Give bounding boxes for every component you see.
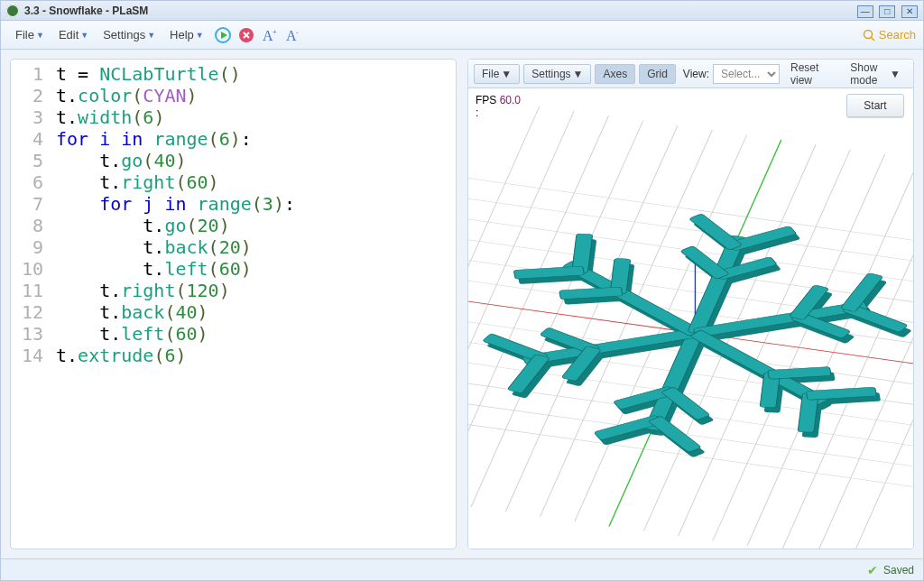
svg-marker-1: [221, 32, 227, 39]
saved-label: Saved: [883, 564, 914, 576]
font-decrease-button[interactable]: A-: [283, 25, 303, 45]
reset-view-button[interactable]: Reset view: [783, 64, 836, 84]
viewer-file-menu[interactable]: File▼: [474, 64, 520, 84]
viewer-settings-menu[interactable]: Settings▼: [523, 64, 591, 84]
start-button[interactable]: Start: [846, 94, 904, 117]
viewport-3d[interactable]: FPS 60.0: Start: [468, 88, 913, 549]
minimize-button[interactable]: —: [857, 5, 873, 18]
search-icon: [863, 29, 875, 42]
show-mode-menu[interactable]: Show mode▼: [843, 64, 908, 84]
run-button[interactable]: [213, 25, 233, 45]
menu-file[interactable]: File▼: [8, 24, 51, 45]
menubar: File▼ Edit▼ Settings▼ Help▼ A+ A- Search: [1, 21, 923, 50]
play-icon: [215, 27, 231, 43]
line-gutter: 1234567891011121314: [11, 60, 51, 549]
viewer-toolbar: File▼ Settings▼ Axes Grid View: Select..…: [468, 60, 913, 88]
font-increase-button[interactable]: A+: [260, 25, 280, 45]
search-button[interactable]: Search: [863, 28, 916, 42]
fps-label: FPS 60.0:: [476, 94, 521, 119]
app-window: 3.3 - Snowflake - PLaSM — □ ✕ File▼ Edit…: [0, 0, 924, 581]
code-editor[interactable]: 1234567891011121314 t = NCLabTurtle()t.c…: [11, 60, 456, 549]
menu-edit[interactable]: Edit▼: [51, 24, 96, 45]
viewer-grid-toggle[interactable]: Grid: [639, 64, 676, 84]
stop-button[interactable]: [236, 25, 256, 45]
statusbar: ✔ Saved: [1, 558, 923, 580]
code-body[interactable]: t = NCLabTurtle()t.color(CYAN)t.width(6)…: [51, 60, 300, 549]
viewer-axes-toggle[interactable]: Axes: [595, 64, 635, 84]
close-button[interactable]: ✕: [901, 5, 918, 18]
font-decrease-icon: A-: [284, 27, 302, 43]
content-area: 1234567891011121314 t = NCLabTurtle()t.c…: [1, 50, 923, 558]
stop-icon: [238, 27, 254, 43]
menu-settings[interactable]: Settings▼: [96, 24, 162, 45]
saved-check-icon: ✔: [867, 563, 878, 577]
render-canvas: [468, 88, 913, 549]
svg-point-9: [864, 30, 872, 38]
maximize-button[interactable]: □: [879, 5, 895, 18]
svg-line-10: [871, 37, 874, 41]
view-label: View:: [683, 68, 709, 80]
app-icon: [6, 5, 19, 17]
code-panel: 1234567891011121314 t = NCLabTurtle()t.c…: [10, 59, 457, 549]
titlebar: 3.3 - Snowflake - PLaSM — □ ✕: [1, 1, 923, 21]
svg-text:+: +: [273, 28, 277, 36]
font-increase-icon: A+: [261, 27, 279, 43]
svg-text:-: -: [296, 28, 299, 36]
window-title: 3.3 - Snowflake - PLaSM: [24, 5, 855, 17]
menu-help[interactable]: Help▼: [162, 24, 211, 45]
view-select[interactable]: Select...: [713, 64, 780, 84]
window-controls: — □ ✕: [855, 4, 918, 18]
viewer-panel: File▼ Settings▼ Axes Grid View: Select..…: [467, 59, 914, 549]
